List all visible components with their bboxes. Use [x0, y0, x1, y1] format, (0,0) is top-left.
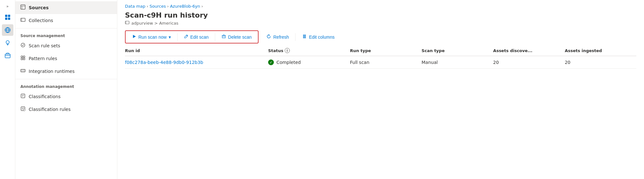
icon-rail: » — [0, 0, 15, 179]
completed-status-icon: ✓ — [268, 59, 274, 65]
svg-rect-18 — [21, 58, 23, 60]
toolbar-divider-3 — [295, 33, 296, 41]
page-subtitle: adpurview > Americas — [125, 20, 636, 26]
sidebar-item-scan-rule-sets[interactable]: Scan rule sets — [15, 39, 117, 52]
status-info-icon[interactable]: i — [285, 48, 290, 53]
cell-assets-discovered: 20 — [493, 56, 565, 69]
sidebar-item-pattern-rules[interactable]: Pattern rules — [15, 52, 117, 65]
toolbar-row: Run scan now ▾ Edit scan — [117, 28, 644, 45]
dropdown-chevron-icon: ▾ — [169, 35, 171, 40]
delete-icon — [222, 34, 226, 40]
sidebar-divider-1 — [15, 28, 117, 28]
col-header-run-type: Run type — [350, 45, 422, 56]
delete-scan-button[interactable]: Delete scan — [218, 32, 255, 42]
edit-scan-button[interactable]: Edit scan — [180, 32, 213, 42]
insights-nav-icon[interactable] — [2, 37, 13, 49]
cell-run-id: f08c278a-beeb-4e88-9db0-912b3b — [125, 56, 268, 69]
scan-rule-sets-label: Scan rule sets — [29, 43, 60, 48]
classifications-icon — [20, 93, 26, 100]
breadcrumb-sep-2: › — [167, 4, 169, 9]
col-header-assets-discovered: Assets discove... — [493, 45, 565, 56]
table-body: f08c278a-beeb-4e88-9db0-912b3b ✓ Complet… — [125, 56, 636, 69]
run-id-link[interactable]: f08c278a-beeb-4e88-9db0-912b3b — [125, 60, 203, 65]
refresh-button[interactable]: Refresh — [262, 32, 293, 42]
breadcrumb-data-map[interactable]: Data map — [125, 4, 145, 9]
svg-rect-8 — [5, 54, 10, 58]
svg-rect-3 — [8, 18, 10, 20]
svg-rect-19 — [23, 58, 25, 60]
breadcrumb-sources[interactable]: Sources — [150, 4, 166, 9]
table-container: Run id Status i Run type Scan type — [117, 45, 644, 179]
svg-marker-39 — [269, 34, 270, 36]
cell-run-type: Full scan — [350, 56, 422, 69]
main-content: Data map › Sources › AzureBlob-6yn › Sca… — [117, 0, 644, 179]
edit-columns-icon — [302, 34, 307, 40]
svg-rect-20 — [21, 69, 25, 72]
scan-rule-sets-icon — [20, 43, 26, 49]
sidebar: Sources Collections Source management Sc… — [15, 0, 117, 179]
edit-scan-label: Edit scan — [190, 35, 209, 40]
sidebar-item-classification-rules[interactable]: Classification rules — [15, 103, 117, 116]
source-management-header: Source management — [15, 30, 117, 39]
breadcrumb: Data map › Sources › AzureBlob-6yn › — [117, 0, 644, 10]
data-map-nav-icon[interactable] — [2, 24, 13, 36]
classifications-label: Classifications — [29, 94, 61, 99]
play-icon — [132, 34, 136, 40]
sidebar-item-classifications[interactable]: Classifications — [15, 90, 117, 103]
data-catalog-nav-icon[interactable] — [2, 12, 13, 23]
subtitle-text: adpurview > Americas — [131, 21, 179, 26]
management-nav-icon[interactable] — [2, 50, 13, 61]
cell-assets-ingested: 20 — [565, 56, 636, 69]
toolbar-plain-section: Refresh Edit columns — [260, 31, 341, 43]
classification-rules-icon — [20, 106, 26, 113]
toolbar-divider-2 — [215, 33, 215, 41]
status-cell-content: ✓ Completed — [268, 59, 346, 65]
svg-rect-13 — [21, 18, 25, 21]
svg-rect-0 — [5, 15, 7, 17]
table-row: f08c278a-beeb-4e88-9db0-912b3b ✓ Complet… — [125, 56, 636, 69]
status-header-row: Status i — [268, 48, 346, 53]
collections-label: Collections — [29, 18, 53, 23]
col-header-assets-ingested: Assets ingested — [565, 45, 636, 56]
breadcrumb-sep-3: › — [201, 4, 203, 9]
integration-runtimes-icon — [20, 68, 26, 74]
edit-icon — [184, 34, 188, 40]
svg-rect-34 — [222, 35, 225, 38]
toolbar-boxed-section: Run scan now ▾ Edit scan — [125, 30, 259, 43]
sidebar-item-integration-runtimes[interactable]: Integration runtimes — [15, 65, 117, 78]
classification-rules-label: Classification rules — [29, 107, 71, 112]
svg-point-6 — [6, 41, 9, 44]
breadcrumb-azure-blob[interactable]: AzureBlob-6yn — [170, 4, 200, 9]
table-header: Run id Status i Run type Scan type — [125, 45, 636, 56]
pattern-rules-icon — [20, 55, 26, 62]
sidebar-item-collections[interactable]: Collections — [15, 14, 117, 27]
status-text: Completed — [276, 60, 301, 65]
scan-runs-table: Run id Status i Run type Scan type — [125, 45, 636, 69]
sources-label: Sources — [29, 5, 49, 10]
run-scan-now-label: Run scan now — [138, 35, 167, 40]
svg-rect-1 — [8, 15, 10, 17]
breadcrumb-sep-1: › — [147, 4, 148, 9]
col-header-scan-type: Scan type — [421, 45, 493, 56]
pattern-rules-label: Pattern rules — [29, 56, 57, 61]
page-subtitle-icon — [125, 20, 129, 26]
svg-rect-2 — [5, 18, 7, 20]
integration-runtimes-label: Integration runtimes — [29, 69, 75, 74]
expand-rail-button[interactable]: » — [2, 3, 13, 10]
edit-columns-label: Edit columns — [309, 35, 334, 40]
run-scan-now-button[interactable]: Run scan now ▾ — [128, 32, 175, 42]
collections-icon — [20, 17, 26, 24]
svg-point-29 — [23, 109, 25, 111]
table-header-row: Run id Status i Run type Scan type — [125, 45, 636, 56]
svg-marker-32 — [133, 35, 136, 38]
col-header-run-id: Run id — [125, 45, 268, 56]
sidebar-item-sources[interactable]: Sources — [15, 1, 117, 14]
edit-columns-button[interactable]: Edit columns — [298, 32, 338, 42]
col-header-status: Status i — [268, 45, 350, 56]
sources-icon — [20, 4, 26, 11]
page-header: Scan-c9H run history adpurview > America… — [117, 10, 644, 28]
refresh-icon — [266, 34, 271, 40]
sidebar-divider-2 — [15, 79, 117, 79]
cell-status: ✓ Completed — [268, 56, 350, 69]
delete-scan-label: Delete scan — [228, 35, 252, 40]
